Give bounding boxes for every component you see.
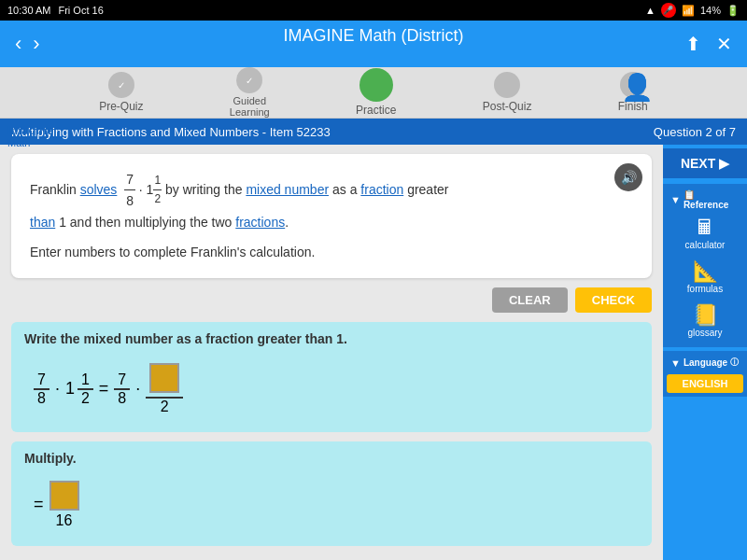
dot-2: · — [135, 379, 140, 399]
equals-1: = — [99, 379, 109, 399]
forward-button[interactable]: › — [33, 34, 39, 54]
postquiz-circle — [494, 72, 520, 98]
section-1-title: Write the mixed number as a fraction gre… — [24, 331, 639, 346]
frac-input-num[interactable] — [146, 363, 183, 399]
sound-button[interactable]: 🔊 — [614, 163, 642, 191]
frac-den-2: 2 — [78, 390, 93, 407]
back-button[interactable]: ‹ — [15, 34, 21, 54]
fraction-equation: 7 8 · 1 1 2 = 7 8 · — [24, 356, 639, 423]
title-nav: ‹ › — [15, 34, 40, 54]
formulas-icon: 📐 — [693, 261, 718, 282]
reference-label: 📋 Reference — [684, 189, 740, 210]
student-avatar: 👤 — [621, 72, 654, 103]
problem-text: Franklin solves 7 8 · 112 by writing the… — [30, 169, 633, 232]
glossary-label: glossary — [687, 328, 722, 338]
language-section: ▼ Language ⓘ ENGLISH — [663, 351, 747, 397]
problem-period: . — [285, 215, 289, 230]
main-content: 🔊 Franklin solves 7 8 · 112 by writing t… — [0, 145, 747, 560]
clear-button[interactable]: CLEAR — [492, 287, 568, 313]
share-button[interactable]: ⬆ — [685, 33, 701, 55]
calculator-icon: 🖩 — [695, 217, 715, 238]
frac-input-den: 2 — [157, 399, 173, 415]
result-input-box[interactable] — [49, 481, 79, 511]
frac-num-7: 7 — [34, 371, 49, 390]
action-buttons: CLEAR CHecK — [11, 287, 652, 313]
frac-den-8: 8 — [34, 390, 49, 407]
glossary-item[interactable]: 📒 glossary — [667, 300, 743, 343]
status-bar: 10:30 AM Fri Oct 16 ▲ 🎤 📶 14% 🔋 — [0, 0, 747, 21]
title-actions: ⬆ ✕ — [685, 33, 732, 55]
imagine-logo: Imagine Math — [7, 123, 53, 148]
whole-1: 1 — [65, 379, 75, 399]
fractions-link[interactable]: fractions — [235, 215, 285, 230]
practice-label: Practice — [356, 104, 396, 117]
close-button[interactable]: ✕ — [716, 33, 732, 55]
battery-icon: 🔋 — [726, 5, 740, 17]
title-bar: ‹ › IMAGINE Math (District) ⬆ ✕ — [0, 21, 747, 67]
mixed-number-link[interactable]: mixed number — [246, 182, 329, 197]
sidebar: NEXT ▶ ▼ 📋 Reference 🖩 calculator 📐 form… — [663, 145, 747, 560]
equals-2: = — [34, 495, 44, 514]
result-equation: = 16 — [24, 473, 639, 537]
frac-num-1: 1 — [78, 371, 93, 390]
formulas-item[interactable]: 📐 formulas — [667, 256, 743, 300]
than-link[interactable]: than — [30, 215, 55, 230]
content-area: 🔊 Franklin solves 7 8 · 112 by writing t… — [0, 145, 663, 560]
language-header: ▼ Language ⓘ — [667, 355, 743, 371]
tab-prequiz[interactable]: ✓ Pre-Quiz — [99, 72, 143, 113]
problem-intro: Franklin — [30, 182, 80, 197]
reference-toggle-icon: ▼ — [670, 194, 681, 205]
status-day: Fri Oct 16 — [58, 5, 103, 16]
problem-card: 🔊 Franklin solves 7 8 · 112 by writing t… — [11, 154, 652, 278]
tab-postquiz[interactable]: Post-Quiz — [483, 72, 532, 113]
status-left: 10:30 AM Fri Oct 16 — [7, 5, 104, 16]
prequiz-label: Pre-Quiz — [99, 100, 143, 113]
question-count: Question 2 of 7 — [654, 125, 736, 139]
postquiz-label: Post-Quiz — [483, 100, 532, 113]
guided-label: GuidedLearning — [230, 95, 270, 118]
calculator-item[interactable]: 🖩 calculator — [667, 212, 743, 256]
mixed-1: 1 1 2 — [65, 371, 93, 407]
signal-icon: ▲ — [645, 5, 655, 16]
wifi-icon: 📶 — [682, 5, 695, 17]
problem-instruction: Enter numbers to complete Franklin's cal… — [30, 242, 633, 262]
section-1: Write the mixed number as a fraction gre… — [11, 322, 652, 432]
problem-by-writing: by writing the — [165, 182, 246, 197]
formulas-label: formulas — [687, 284, 723, 294]
logo-text: Imagine — [7, 123, 53, 137]
problem-fraction: 7 8 · 112 — [120, 182, 165, 197]
check-button[interactable]: CHecK — [575, 287, 652, 313]
solves-link[interactable]: solves — [80, 182, 118, 197]
dot-1: · — [55, 379, 60, 399]
frac-input-2: 2 — [146, 363, 183, 415]
result-den: 16 — [56, 512, 73, 529]
problem-greater: greater — [403, 182, 448, 197]
numerator-input-box[interactable] — [149, 363, 179, 393]
guided-circle: ✓ — [236, 67, 262, 93]
frac-1-2: 1 2 — [78, 371, 93, 407]
question-header: Multiplying with Fractions and Mixed Num… — [0, 119, 747, 145]
next-button[interactable]: NEXT ▶ — [663, 148, 747, 178]
frac-7-8-right: 7 8 — [114, 371, 130, 407]
prequiz-circle: ✓ — [108, 72, 134, 98]
status-time: 10:30 AM — [7, 5, 50, 16]
fraction-link[interactable]: fraction — [360, 182, 403, 197]
battery-level: 14% — [700, 5, 721, 16]
language-toggle-icon: ▼ — [670, 357, 681, 369]
nav-area: Imagine Math ✓ Pre-Quiz ✓ GuidedLearning… — [0, 67, 747, 119]
english-button[interactable]: ENGLISH — [667, 374, 743, 393]
section-2-title: Multiply. — [24, 451, 639, 466]
reference-header: ▼ 📋 Reference — [667, 188, 743, 212]
result-frac: 16 — [49, 481, 79, 529]
language-label: Language — [684, 357, 727, 368]
frac-den-8r: 8 — [114, 390, 130, 407]
problem-one: 1 — [59, 215, 66, 230]
tab-practice[interactable]: Practice — [356, 68, 396, 117]
logo-sub: Math — [7, 137, 30, 148]
language-info-icon: ⓘ — [730, 357, 739, 369]
problem-and-then: and then multiplying the two — [66, 215, 235, 230]
tab-guided[interactable]: ✓ GuidedLearning — [230, 67, 270, 118]
glossary-icon: 📒 — [693, 305, 718, 326]
reference-section: ▼ 📋 Reference 🖩 calculator 📐 formulas 📒 … — [663, 184, 747, 347]
section-2: Multiply. = 16 — [11, 441, 652, 546]
